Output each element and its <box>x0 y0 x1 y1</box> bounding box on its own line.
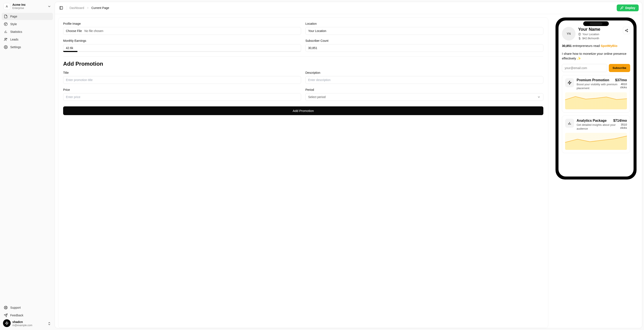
deploy-button[interactable]: Deploy <box>617 4 639 11</box>
file-icon <box>4 14 8 18</box>
subscribe-email-input[interactable] <box>562 64 607 72</box>
label-promo-title: Title <box>63 71 301 74</box>
bar-chart-icon <box>4 30 8 34</box>
sidebar-item-support[interactable]: Support <box>2 304 53 311</box>
sidebar-item-settings[interactable]: Settings <box>2 44 53 51</box>
label-promo-period: Period <box>305 88 543 92</box>
sidebar-item-leads[interactable]: Leads <box>2 36 53 43</box>
profile-image-input[interactable]: Choose File No file chosen <box>63 27 301 35</box>
main-panel: Dashboard Current Page Deploy Profile Im… <box>54 2 642 328</box>
field-promo-title: Title <box>63 71 301 84</box>
svg-point-8 <box>6 38 7 39</box>
users-icon <box>4 38 8 41</box>
divider <box>67 6 67 10</box>
preview-profile-row: YN Your Name Your Location $42.6k <box>562 27 630 40</box>
svg-point-23 <box>625 30 626 31</box>
bar-chart-icon <box>568 121 572 125</box>
sidebar-item-label: Settings <box>10 46 21 49</box>
earnings-progress <box>63 51 301 52</box>
sidebar-item-style[interactable]: Style <box>2 20 53 28</box>
preview-earnings: $42.6k/month <box>582 37 599 40</box>
add-promotion-button[interactable]: Add Promotion <box>63 106 543 115</box>
map-pin-icon <box>578 33 581 36</box>
toggle-sidebar-button[interactable] <box>58 5 64 11</box>
svg-point-11 <box>5 307 6 308</box>
promo-sparkline <box>565 133 627 150</box>
form-panel: Profile Image Choose File No file chosen… <box>58 18 548 328</box>
secondary-nav: Support Feedback <box>2 304 53 319</box>
svg-point-7 <box>5 38 6 40</box>
chevrons-up-down-icon <box>47 322 51 326</box>
preview-brand: SpotMyBio <box>601 44 617 48</box>
promo-icon <box>565 119 574 128</box>
gear-icon <box>4 45 8 49</box>
subscribe-button[interactable]: Subscribe <box>609 64 630 72</box>
org-switcher[interactable]: A Acme Inc Enterprise <box>2 2 53 11</box>
chevron-down-icon <box>47 4 51 8</box>
add-promotion-heading: Add Promotion <box>63 60 543 67</box>
org-avatar: A <box>4 3 10 10</box>
sidebar-item-page[interactable]: Page <box>2 13 53 20</box>
sidebar-item-statistics[interactable]: Statistics <box>2 28 53 36</box>
promo-title-input[interactable] <box>63 76 301 84</box>
user-email: m@example.com <box>12 324 45 327</box>
preview-name: Your Name <box>578 27 620 32</box>
promo-price-input[interactable] <box>63 93 301 101</box>
svg-point-22 <box>627 29 628 30</box>
svg-line-13 <box>6 308 7 309</box>
svg-point-2 <box>6 24 6 24</box>
primary-nav: Page Style Statistics Leads Settings <box>2 13 53 51</box>
svg-marker-33 <box>5 322 8 325</box>
label-subscribers: Subscriber Count <box>305 39 543 42</box>
topbar: Dashboard Current Page Deploy <box>55 2 642 14</box>
promo-card[interactable]: Analytics Package $714/mo Get detailed i… <box>562 116 630 153</box>
svg-point-20 <box>579 34 580 34</box>
promo-period-select[interactable]: Select period <box>305 93 543 101</box>
svg-line-12 <box>5 306 5 307</box>
promo-description-input[interactable] <box>305 76 543 84</box>
panel-left-icon <box>59 6 63 10</box>
sidebar-item-label: Statistics <box>10 30 22 34</box>
svg-rect-18 <box>60 6 63 10</box>
earnings-input[interactable] <box>63 44 301 52</box>
svg-point-0 <box>4 22 8 26</box>
sidebar: A Acme Inc Enterprise Page Style Statist… <box>0 0 54 330</box>
zap-icon <box>568 80 572 85</box>
promo-sparkline <box>565 92 627 109</box>
sidebar-item-feedback[interactable]: Feedback <box>2 312 53 319</box>
label-location: Location <box>305 22 543 25</box>
user-name: shadcn <box>12 320 45 324</box>
subscribers-input[interactable] <box>305 44 543 52</box>
svg-marker-28 <box>565 96 627 109</box>
divider <box>63 56 543 57</box>
choose-file-button[interactable]: Choose File <box>66 29 82 32</box>
breadcrumb-root[interactable]: Dashboard <box>70 6 84 10</box>
preview-avatar: YN <box>562 27 576 40</box>
svg-point-3 <box>5 24 6 25</box>
lifebuoy-icon <box>4 306 8 310</box>
promo-price: $37/mo <box>615 78 627 82</box>
promo-clicks: 3510 clicks <box>620 123 627 131</box>
breadcrumb-current: Current Page <box>92 6 109 10</box>
subscribe-row: Subscribe <box>562 64 630 72</box>
phone-screen: YN Your Name Your Location $42.6k <box>558 20 634 176</box>
floating-action-button[interactable] <box>3 319 11 327</box>
preview-tagline: 30,851 entrepreneurs read SpotMyBio <box>562 44 630 48</box>
dollar-icon <box>578 37 581 40</box>
rocket-icon <box>620 6 624 10</box>
share-button[interactable] <box>623 27 630 34</box>
location-input[interactable] <box>305 27 543 35</box>
field-earnings: Monthly Earnings <box>63 39 301 52</box>
promo-title: Premium Promotion <box>576 78 614 82</box>
sidebar-item-label: Style <box>10 22 17 26</box>
label-earnings: Monthly Earnings <box>63 39 301 42</box>
label-promo-price: Price <box>63 88 301 92</box>
promo-card[interactable]: Premium Promotion $37/mo Boost your visi… <box>562 75 630 112</box>
promo-description: Boost your visibility with premium place… <box>576 82 618 90</box>
field-profile-image: Profile Image Choose File No file chosen <box>63 22 301 35</box>
sidebar-item-label: Feedback <box>10 314 23 317</box>
field-subscribers: Subscriber Count <box>305 39 543 52</box>
sidebar-item-label: Page <box>10 15 17 18</box>
chevron-down-icon <box>537 95 540 99</box>
field-promo-description: Description <box>305 71 543 84</box>
